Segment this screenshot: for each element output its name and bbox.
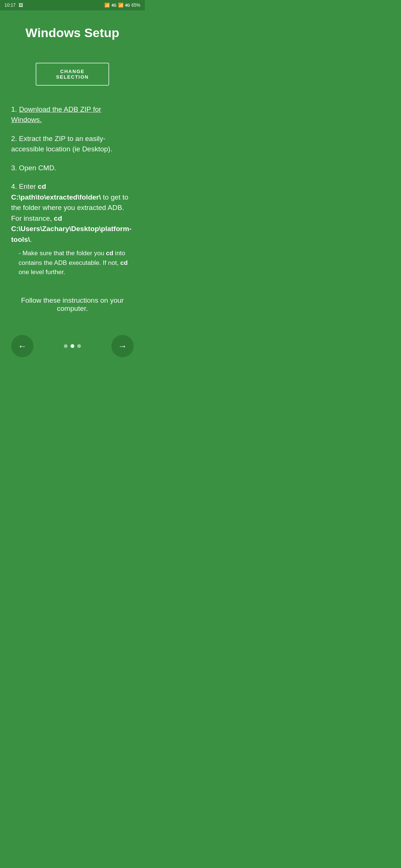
page-title: Windows Setup	[11, 25, 134, 40]
instruction-text-2: 2. Extract the ZIP to an easily-accessib…	[11, 135, 112, 153]
instructions-list: 1. Download the ADB ZIP for Windows. 2. …	[11, 104, 134, 285]
forward-arrow-icon: →	[118, 341, 127, 351]
instruction-text-4: 4. Enter cd C:\path\to\extracted\folder\…	[11, 183, 131, 243]
status-bar: 10:17 🖼 📶 4G 📶 4G 65%	[0, 0, 145, 10]
dot-2	[71, 344, 74, 348]
instruction-item-3: 3. Open CMD.	[11, 163, 134, 174]
instruction-subnote-4: - Make sure that the folder you cd into …	[19, 249, 134, 277]
status-icons: 📶 4G 📶 4G 65%	[104, 3, 140, 8]
adb-download-link[interactable]: Download the ADB ZIP for Windows.	[11, 105, 101, 124]
pagination-dots	[64, 344, 81, 348]
signal-bars-icon: 📶	[118, 3, 124, 8]
bottom-navigation: ← →	[0, 328, 145, 368]
signal-4g-icon: 4G	[111, 3, 116, 7]
status-time: 10:17 🖼	[4, 3, 23, 8]
battery-icon: 65%	[131, 3, 140, 8]
image-icon: 🖼	[19, 3, 23, 8]
instruction-item-4: 4. Enter cd C:\path\to\extracted\folder\…	[11, 181, 134, 277]
instruction-text-3: 3. Open CMD.	[11, 164, 56, 172]
main-content: Windows Setup CHANGE SELECTION 1. Downlo…	[0, 10, 145, 328]
forward-button[interactable]: →	[111, 335, 134, 357]
time-display: 10:17	[4, 3, 16, 8]
signal-4g2-icon: 4G	[125, 3, 130, 7]
back-button[interactable]: ←	[11, 335, 33, 357]
instruction-item-1: 1. Download the ADB ZIP for Windows.	[11, 104, 134, 125]
footer-note: Follow these instructions on your comput…	[11, 285, 134, 320]
dot-3	[77, 344, 81, 348]
dot-1	[64, 344, 68, 348]
instruction-number-1: 1.	[11, 105, 19, 113]
wifi-icon: 📶	[104, 3, 110, 8]
back-arrow-icon: ←	[18, 341, 27, 351]
change-selection-button[interactable]: CHANGE SELECTION	[36, 63, 109, 86]
instruction-item-2: 2. Extract the ZIP to an easily-accessib…	[11, 134, 134, 155]
